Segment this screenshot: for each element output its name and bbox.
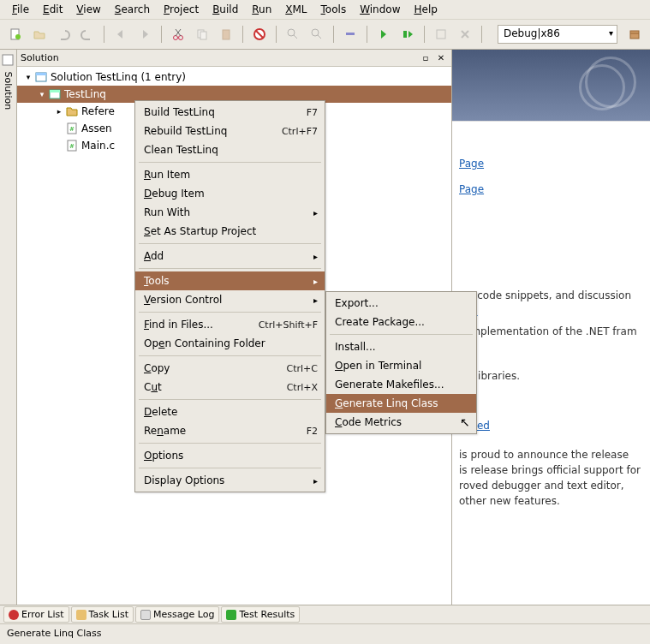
sm-generate-makefiles[interactable]: Generate Makefiles... — [326, 375, 476, 394]
welcome-text: roved debugger and text editor, — [459, 480, 643, 492]
menu-tools[interactable]: Tools — [316, 2, 352, 17]
cm-tools[interactable]: Tools▸ — [135, 271, 325, 290]
run-icon[interactable] — [340, 24, 361, 45]
cancel-icon[interactable] — [455, 24, 475, 45]
svg-rect-12 — [437, 30, 445, 39]
error-list-tab[interactable]: Error List — [3, 606, 69, 623]
zoom-in-icon[interactable] — [283, 24, 303, 45]
stop-icon[interactable] — [249, 24, 270, 45]
menu-window[interactable]: Window — [355, 2, 405, 17]
link-page[interactable]: Page — [459, 158, 484, 170]
menu-view[interactable]: View — [71, 2, 105, 17]
menu-help[interactable]: Help — [408, 2, 442, 17]
cm-copy[interactable]: CopyCtrl+C — [135, 359, 325, 378]
welcome-text: other new features. — [459, 495, 643, 507]
cm-cut[interactable]: CutCtrl+X — [135, 378, 325, 397]
cm-build[interactable]: Build TestLinqF7 — [135, 103, 325, 122]
welcome-text: no libraries. — [459, 370, 643, 382]
tools-submenu: Export... Create Package... Install... O… — [325, 291, 477, 434]
csharp-file-icon: # — [65, 139, 79, 152]
panel-title: Solution — [21, 52, 417, 63]
configuration-combo[interactable]: Debug|x86 — [498, 25, 617, 44]
svg-rect-14 — [3, 55, 13, 65]
cm-add[interactable]: Add▸ — [135, 247, 325, 265]
mouse-cursor-icon: ↖ — [460, 415, 470, 429]
svg-rect-13 — [630, 31, 639, 39]
menu-search[interactable]: Search — [110, 2, 155, 17]
test-results-tab[interactable]: Test Results — [221, 606, 300, 623]
cm-run-with[interactable]: Run With▸ — [135, 203, 325, 222]
log-icon — [140, 610, 151, 620]
debug-icon[interactable] — [373, 24, 394, 45]
cm-rebuild[interactable]: Rebuild TestLinqCtrl+F7 — [135, 122, 325, 140]
forward-icon[interactable] — [134, 24, 155, 45]
step-icon[interactable] — [397, 24, 418, 45]
svg-text:#: # — [69, 126, 75, 133]
undo-icon[interactable] — [53, 24, 74, 45]
cm-options[interactable]: Options — [135, 446, 325, 465]
menu-file[interactable]: File — [7, 2, 34, 17]
svg-point-9 — [312, 29, 319, 36]
test-icon — [226, 610, 236, 620]
package-icon[interactable] — [624, 24, 645, 45]
svg-rect-16 — [36, 73, 46, 75]
cm-open-folder[interactable]: Open Containing Folder — [135, 334, 325, 353]
svg-text:#: # — [69, 143, 75, 150]
main-toolbar: Debug|x86 — [0, 19, 650, 50]
panel-close-icon[interactable]: ✕ — [434, 52, 448, 64]
csharp-file-icon: # — [65, 122, 79, 135]
task-list-tab[interactable]: Task List — [71, 606, 134, 623]
sm-open-terminal[interactable]: Open in Terminal — [326, 356, 476, 375]
sm-export[interactable]: Export... — [326, 294, 476, 313]
svg-rect-6 — [223, 30, 230, 39]
back-icon[interactable] — [110, 24, 131, 45]
solution-side-tab[interactable]: Solution — [0, 50, 17, 605]
menu-edit[interactable]: Edit — [38, 2, 68, 17]
menu-build[interactable]: Build — [207, 2, 243, 17]
panel-dock-icon[interactable]: ▫ — [419, 52, 432, 64]
svg-rect-10 — [346, 33, 355, 35]
cm-delete[interactable]: Delete — [135, 402, 325, 421]
project-icon — [48, 87, 62, 101]
cm-display-options[interactable]: Display Options▸ — [135, 471, 325, 490]
cut-icon[interactable] — [168, 24, 188, 45]
sm-generate-linq[interactable]: Generate Linq Class — [326, 394, 476, 413]
sm-code-metrics[interactable]: Code Metrics — [326, 413, 476, 432]
status-text: Generate Linq Class — [7, 628, 101, 639]
cm-vcs[interactable]: Version Control▸ — [135, 290, 325, 309]
menu-run[interactable]: Run — [247, 2, 277, 17]
svg-point-3 — [179, 36, 183, 40]
new-file-icon[interactable] — [5, 24, 26, 45]
status-bar: Generate Linq Class — [0, 623, 650, 642]
cm-startup[interactable]: Set As Startup Project — [135, 222, 325, 241]
solution-icon — [34, 70, 48, 84]
folder-icon — [65, 104, 79, 118]
svg-rect-18 — [50, 90, 60, 92]
menu-project[interactable]: Project — [158, 2, 204, 17]
paste-icon[interactable] — [216, 24, 236, 45]
link-page[interactable]: Page — [459, 183, 484, 195]
sm-install[interactable]: Install... — [326, 337, 476, 356]
menu-xml[interactable]: XML — [280, 2, 312, 17]
tree-solution-node[interactable]: ▾ Solution TestLinq (1 entry) — [17, 69, 451, 86]
welcome-text: es, code snippets, and discussion — [459, 289, 643, 301]
welcome-text: s implementation of the .NET fram — [459, 325, 643, 337]
welcome-document: Page Page es, code snippets, and discuss… — [452, 50, 650, 605]
welcome-text: is release brings official support for — [459, 464, 643, 476]
copy-icon[interactable] — [192, 24, 212, 45]
cm-clean[interactable]: Clean TestLinq — [135, 140, 325, 159]
zoom-out-icon[interactable] — [307, 24, 327, 45]
cm-run-item[interactable]: Run Item — [135, 165, 325, 184]
message-log-tab[interactable]: Message Log — [135, 606, 219, 623]
svg-rect-11 — [403, 31, 407, 38]
open-icon[interactable] — [29, 24, 50, 45]
cm-debug-item[interactable]: Debug Item — [135, 184, 325, 203]
redo-icon[interactable] — [77, 24, 98, 45]
cm-find[interactable]: Find in Files...Ctrl+Shift+F — [135, 315, 325, 334]
build-icon[interactable] — [431, 24, 451, 45]
sm-create-package[interactable]: Create Package... — [326, 313, 476, 331]
cm-rename[interactable]: RenameF2 — [135, 421, 325, 440]
error-icon — [9, 610, 19, 620]
project-context-menu: Build TestLinqF7 Rebuild TestLinqCtrl+F7… — [134, 100, 325, 492]
task-icon — [76, 610, 86, 620]
